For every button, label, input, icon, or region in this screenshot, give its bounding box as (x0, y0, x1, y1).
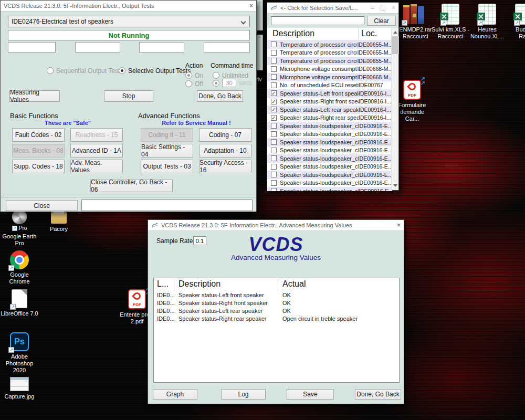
actual-column-header[interactable]: Actual (278, 278, 399, 291)
row-checkbox[interactable] (271, 164, 277, 170)
measuring-table-row[interactable]: IDE0... Speaker status-Right rear speake… (154, 314, 399, 322)
selection-list-row[interactable]: Speaker status-loudspeaker_ch... IDE0091… (267, 154, 392, 163)
row-checkbox[interactable] (271, 139, 277, 145)
desktop-icon-suivi-km[interactable]: ↗ Suivi km.XLS - Raccourci (431, 4, 470, 40)
clear-button[interactable]: Clear (367, 16, 396, 26)
selection-list-row[interactable]: ✓ Speaker status-Right front speaker IDE… (267, 98, 392, 106)
selection-list-row[interactable]: ✓ Speaker status-Left rear speaker IDE00… (267, 106, 392, 114)
scrollbar-thumb[interactable] (392, 36, 399, 54)
row-checkbox[interactable] (271, 74, 277, 80)
desktop-icon-heures-nounou[interactable]: ↗ Heures Nounou.XL... (468, 4, 507, 40)
stop-button[interactable]: Stop (104, 90, 153, 102)
selection-scrollbar[interactable] (391, 28, 398, 190)
scroll-down-icon[interactable] (393, 184, 397, 187)
fault-codes-button[interactable]: Fault Codes - 02 (12, 128, 65, 142)
selection-list-row[interactable]: Speaker status-loudspeaker_ch... IDE0091… (267, 138, 392, 146)
scroll-up-icon[interactable] (393, 31, 397, 34)
command-seconds-input[interactable]: 30 (222, 79, 236, 87)
selection-list-row[interactable]: Microphone voltage consumption... IDE006… (267, 73, 392, 81)
row-checkbox[interactable] (271, 155, 277, 161)
close-button[interactable]: Close (6, 200, 78, 211)
measuring-table-row[interactable]: IDE0... Speaker status-Left front speake… (154, 291, 399, 299)
row-checkbox[interactable] (271, 180, 277, 186)
selection-titlebar[interactable]: <- Click for Selection Save/L... – × (267, 3, 398, 14)
row-checkbox[interactable] (271, 131, 277, 137)
advanced-id-button[interactable]: Advanced ID - 1A (70, 144, 123, 158)
measuring-table-row[interactable]: IDE0... Speaker status-Left rear speaker… (154, 307, 399, 314)
minimize-icon[interactable]: – (371, 3, 374, 13)
row-checkbox[interactable]: ✓ (271, 107, 277, 112)
graph-button[interactable]: Graph (153, 389, 197, 400)
row-description: Speaker status-Left front speaker (174, 292, 278, 298)
row-checkbox[interactable] (271, 123, 277, 129)
selection-list-row[interactable]: Speaker status-loudspeaker_ch... IDE0091… (267, 163, 392, 171)
save-button[interactable]: Save (287, 389, 334, 400)
desktop-icon-google-earth[interactable]: ↗ Pro Google Earth Pro (0, 209, 39, 247)
desktop-icon-libreoffice[interactable]: ↗ LibreOffice 7.0 (0, 289, 39, 317)
log-button[interactable]: Log (221, 389, 266, 400)
loc-column-header[interactable]: Loc. (359, 28, 392, 40)
selective-output-tests-radio[interactable]: Selective Output Tests (119, 66, 191, 75)
output-tests-titlebar[interactable]: VCDS Release 21.3.0: 5F-Information Elec… (1, 1, 256, 12)
selection-list-row[interactable]: Temperature of processor circuit ... IDE… (267, 57, 392, 65)
desktop-icon-photoshop[interactable]: Ps ↗ Adobe Photoshop 2020 (0, 332, 39, 374)
row-checkbox[interactable]: ✓ (271, 115, 277, 121)
selection-list-row[interactable]: Speaker status-loudspeaker_ch... IDE0091… (267, 179, 392, 187)
selection-list-row[interactable]: Temperature of processor circuit ... IDE… (267, 40, 392, 49)
row-checkbox[interactable] (271, 188, 277, 191)
description-column-header[interactable]: Description (174, 278, 278, 291)
selection-list-row[interactable]: ✓ Speaker status-Left front speaker IDE0… (267, 89, 392, 98)
row-checkbox[interactable] (271, 66, 277, 72)
measuring-values-button[interactable]: Measuring Values (9, 90, 60, 102)
desktop-icon-capture[interactable]: Capture.jpg (0, 377, 39, 400)
close-icon[interactable]: × (397, 220, 401, 230)
description-column-header[interactable]: Description (267, 28, 359, 40)
row-checkbox[interactable] (271, 148, 277, 153)
measuring-table-header[interactable]: L... Description Actual (154, 278, 399, 291)
output-tests-button[interactable]: Output Tests - 03 (141, 160, 193, 173)
measuring-table-row[interactable]: IDE0... Speaker status-Right front speak… (154, 299, 399, 307)
row-loc: IDE00916-E... (358, 139, 392, 145)
sequential-output-tests-radio[interactable]: Sequential Output Tests (47, 66, 123, 75)
selection-list-row[interactable]: Speaker status-loudspeaker_ch... IDE0091… (267, 146, 392, 155)
row-checkbox[interactable] (271, 50, 277, 56)
adv-meas-values-button[interactable]: Adv. Meas. Values (70, 160, 123, 173)
selection-list-row[interactable]: Microphone voltage consumption... IDE006… (267, 65, 392, 74)
selection-list-row[interactable]: No. of unscheduled ECU resets IDE00767 (267, 81, 392, 90)
row-checkbox[interactable]: ✓ (271, 99, 277, 104)
row-checkbox[interactable]: ✓ (271, 90, 277, 96)
desktop-icon-chrome[interactable]: ↗ Google Chrome (0, 250, 39, 285)
close-controller-button[interactable]: Close Controller, Go Back - 06 (90, 180, 173, 192)
desktop-icon-pacory[interactable]: Pacory (39, 208, 78, 233)
selection-list-row[interactable]: Speaker status-loudspeaker_ch IDE00916-E (267, 187, 392, 191)
close-icon[interactable]: × (249, 1, 253, 11)
row-checkbox[interactable] (271, 41, 277, 47)
desktop-icon-tenmdp2[interactable]: ↗ TENMDP2.rar - Raccourci (394, 4, 433, 40)
basic-settings-button[interactable]: Basic Settings - 04 (141, 144, 193, 158)
selection-list-row[interactable]: Speaker status-loudspeaker_ch... IDE0091… (267, 171, 392, 179)
adaptation-button[interactable]: Adaptation - 10 (199, 144, 251, 158)
row-checkbox[interactable] (271, 82, 277, 88)
test-selector-dropdown[interactable]: IDE02476-Electrical test of speakers (8, 16, 250, 27)
selection-list-row[interactable]: Temperature of processor circuit ... IDE… (267, 49, 392, 57)
radio-icon (185, 72, 192, 79)
selection-list-row[interactable]: ✓ Speaker status-Right rear speaker IDE0… (267, 114, 392, 122)
selection-list-row[interactable]: Speaker status-loudspeaker_ch... IDE0091… (267, 122, 392, 130)
done-go-back-button[interactable]: Done, Go Back (197, 90, 243, 102)
selection-list-header[interactable]: Description Loc. (267, 28, 392, 40)
command-seconds-radio[interactable]: 30 secs (213, 79, 252, 87)
measuring-titlebar[interactable]: VCDS Release 21.3.0: 5F-Information Elec… (148, 220, 404, 231)
selection-list-row[interactable]: Speaker status-loudspeaker_ch... IDE0091… (267, 130, 392, 139)
loc-column-header[interactable]: L... (154, 278, 174, 291)
done-go-back-button[interactable]: Done, Go Back (355, 389, 401, 400)
security-access-button[interactable]: Security Access - 16 (199, 160, 251, 173)
desktop-icon-budget[interactable]: ↗ Budge Rac (505, 4, 525, 40)
row-checkbox[interactable] (271, 58, 277, 64)
selection-filter-input[interactable] (271, 16, 364, 25)
supp-codes-button[interactable]: Supp. Codes - 18 (12, 160, 65, 173)
close-icon[interactable]: × (392, 3, 395, 13)
action-off-radio[interactable]: Off (185, 79, 203, 88)
coding-button[interactable]: Coding - 07 (199, 128, 251, 142)
row-checkbox[interactable] (271, 172, 277, 177)
maximize-icon[interactable] (381, 6, 385, 10)
